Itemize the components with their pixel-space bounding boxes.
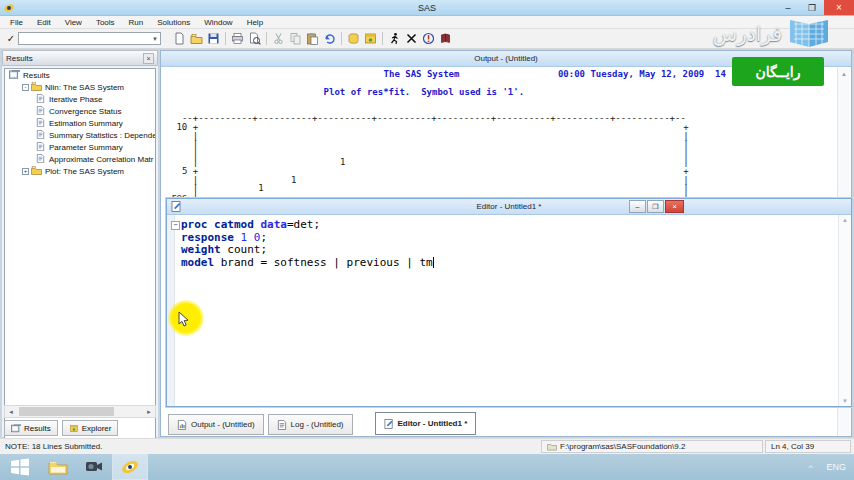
- editor-body: − proc catmod data=det;response 1 0;weig…: [167, 215, 851, 406]
- expand-icon[interactable]: +: [22, 168, 29, 175]
- paste-icon[interactable]: [304, 31, 321, 46]
- new-library-icon[interactable]: [345, 31, 362, 46]
- menu-file[interactable]: File: [3, 18, 30, 27]
- scroll-down-icon[interactable]: ▼: [839, 398, 851, 404]
- command-input[interactable]: ▼: [18, 32, 161, 45]
- taskbar-camera-button[interactable]: [76, 454, 112, 480]
- clear-icon[interactable]: [403, 31, 420, 46]
- editor-maximize-button[interactable]: ❐: [647, 200, 664, 213]
- results-panel-header: Results ×: [2, 50, 158, 66]
- editor-window-titlebar[interactable]: Editor - Untitled1 *: [167, 199, 851, 215]
- faradars-brand-text: فرادرس: [713, 22, 782, 46]
- panel-tab-results[interactable]: Results: [4, 420, 58, 436]
- submit-icon[interactable]: [386, 31, 403, 46]
- language-indicator[interactable]: ENG: [826, 462, 846, 472]
- open-icon[interactable]: [188, 31, 205, 46]
- scroll-up-icon[interactable]: ▲: [839, 215, 851, 223]
- results-doc-icon: [35, 154, 46, 164]
- editor-minimize-button[interactable]: –: [629, 200, 646, 213]
- break-icon[interactable]: [420, 31, 437, 46]
- output-plot-line: |1|: [171, 157, 851, 166]
- menu-solutions[interactable]: Solutions: [150, 18, 197, 27]
- results-panel-title: Results: [6, 54, 143, 63]
- cut-icon[interactable]: [270, 31, 287, 46]
- explorer-icon[interactable]: [362, 31, 379, 46]
- working-directory[interactable]: F:\program\sas\SASFoundation\9.2: [541, 440, 763, 453]
- editor-vertical-scrollbar[interactable]: ▲ ▼: [838, 215, 851, 406]
- window-tab-label: Log - (Untitled): [291, 420, 344, 429]
- close-button[interactable]: ×: [824, 0, 854, 15]
- window-tab-label: Output - (Untitled): [191, 420, 255, 429]
- print-preview-icon[interactable]: [246, 31, 263, 46]
- tree-item-label: Iterative Phase: [49, 95, 102, 104]
- scroll-right-icon[interactable]: ►: [143, 409, 155, 415]
- window-title: SAS: [0, 3, 854, 13]
- window-tab-log[interactable]: Log - (Untitled): [268, 414, 353, 435]
- menu-view[interactable]: View: [58, 18, 89, 27]
- output-plot-line: ||: [171, 131, 851, 140]
- results-folder-icon: [31, 166, 42, 176]
- scroll-up-icon[interactable]: ▲: [838, 68, 850, 77]
- menu-edit[interactable]: Edit: [30, 18, 58, 27]
- new-file-icon[interactable]: [171, 31, 188, 46]
- output-plot-line: --+----------+----------+----------+----…: [171, 113, 851, 122]
- window-tab-editor[interactable]: Editor - Untitled1 *: [375, 412, 477, 435]
- results-tree-item[interactable]: Approximate Correlation Matr: [5, 153, 155, 165]
- free-badge: رایــگان: [732, 57, 824, 86]
- results-horizontal-scrollbar[interactable]: ◄ ►: [4, 405, 156, 418]
- editor-window: Editor - Untitled1 * − proc catmod data=…: [166, 198, 852, 407]
- text-caret: [433, 257, 434, 268]
- collapse-icon[interactable]: -: [22, 84, 29, 91]
- code-editor[interactable]: − proc catmod data=det;response 1 0;weig…: [175, 215, 838, 406]
- tree-item-label: Convergence Status: [49, 107, 122, 116]
- save-icon[interactable]: [205, 31, 222, 46]
- taskbar-file-explorer-button[interactable]: [40, 454, 76, 480]
- scroll-left-icon[interactable]: ◄: [5, 409, 17, 415]
- undo-icon[interactable]: [321, 31, 338, 46]
- results-tree-item[interactable]: Estimation Summary: [5, 117, 155, 129]
- code-line[interactable]: response 1 0;: [181, 232, 838, 245]
- menu-run[interactable]: Run: [122, 18, 151, 27]
- minimize-button[interactable]: –: [776, 0, 800, 15]
- start-button[interactable]: [0, 454, 40, 480]
- menu-help[interactable]: Help: [240, 18, 270, 27]
- results-panel-close-button[interactable]: ×: [143, 53, 154, 64]
- menu-window[interactable]: Window: [197, 18, 239, 27]
- editor-close-button[interactable]: ×: [665, 200, 684, 213]
- tree-item-label: Results: [23, 71, 50, 80]
- sas-application-window: SAS – ❐ × FileEditViewToolsRunSolutionsW…: [0, 0, 854, 480]
- results-tree-item[interactable]: +Plot: The SAS System: [5, 165, 155, 177]
- taskbar-sas-button[interactable]: [112, 454, 148, 480]
- results-tree-item[interactable]: -Nlin: The SAS System: [5, 81, 155, 93]
- toolbar-separator: [225, 32, 226, 45]
- results-tree-item[interactable]: Results: [5, 69, 155, 81]
- results-tree-item[interactable]: Parameter Summary: [5, 141, 155, 153]
- tree-item-label: Summary Statistics : Dependen: [49, 131, 156, 140]
- faradars-watermark: فرادرس: [713, 18, 832, 50]
- faradars-book-icon: [786, 18, 832, 50]
- scrollbar-thumb[interactable]: [19, 407, 114, 416]
- taskbar: ^ ENG: [0, 454, 854, 480]
- menu-tools[interactable]: Tools: [89, 18, 122, 27]
- print-icon[interactable]: [229, 31, 246, 46]
- tree-item-label: Approximate Correlation Matr: [49, 155, 153, 164]
- results-tree-item[interactable]: Summary Statistics : Dependen: [5, 129, 155, 141]
- code-line[interactable]: proc catmod data=det;: [181, 219, 838, 232]
- results-tree-item[interactable]: Iterative Phase: [5, 93, 155, 105]
- results-tree: Results-Nlin: The SAS SystemIterative Ph…: [4, 68, 156, 452]
- title-bar: SAS – ❐ ×: [0, 0, 854, 16]
- mouse-pointer-icon: [177, 311, 190, 328]
- command-dropdown-icon[interactable]: ▼: [152, 36, 160, 42]
- code-fold-icon[interactable]: −: [171, 221, 180, 230]
- panel-tab-explorer[interactable]: Explorer: [62, 420, 119, 436]
- copy-icon[interactable]: [287, 31, 304, 46]
- command-check-icon[interactable]: ✓: [4, 33, 18, 44]
- window-tab-output[interactable]: Output - (Untitled): [168, 414, 264, 435]
- tray-expand-icon[interactable]: ^: [809, 463, 813, 472]
- output-plot-line: 5++: [171, 166, 851, 175]
- results-tree-item[interactable]: Convergence Status: [5, 105, 155, 117]
- maximize-button[interactable]: ❐: [800, 0, 824, 15]
- code-line[interactable]: model brand = softness | previous | tm: [181, 257, 838, 270]
- folder-icon: [547, 443, 557, 451]
- help-icon[interactable]: [437, 31, 454, 46]
